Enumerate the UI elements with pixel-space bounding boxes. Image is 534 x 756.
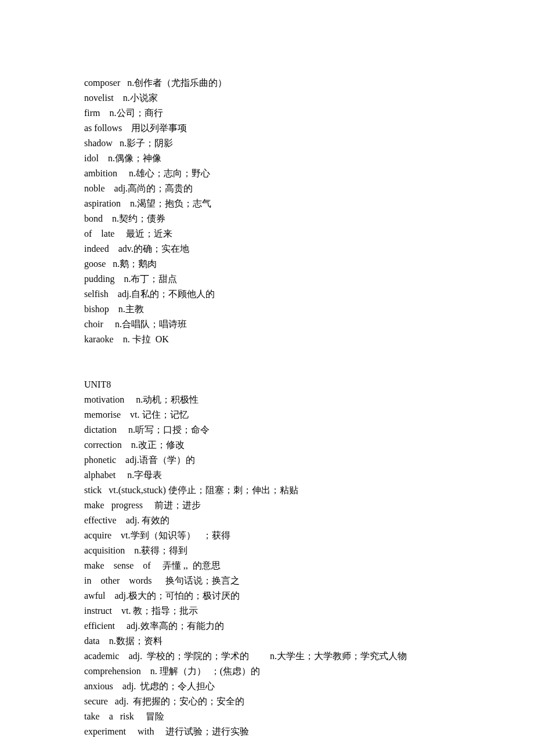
vocab-entry: bond n.契约；债券 bbox=[84, 211, 453, 226]
vocab-entry: correction n.改正；修改 bbox=[84, 437, 453, 453]
vocab-section-2: motivation n.动机；积极性memorise vt. 记住；记忆dic… bbox=[84, 392, 453, 739]
vocab-entry: acquire vt.学到（知识等） ；获得 bbox=[84, 528, 453, 543]
unit-heading: UNIT8 bbox=[84, 377, 453, 392]
vocab-entry: noble adj.高尚的；高贵的 bbox=[84, 181, 453, 196]
vocab-entry: pudding n.布丁；甜点 bbox=[84, 272, 453, 287]
vocab-entry: acquisition n.获得；得到 bbox=[84, 543, 453, 558]
vocab-entry: make sense of 弄懂 ,, 的意思 bbox=[84, 558, 453, 573]
vocab-entry: awful adj.极大的；可怕的；极讨厌的 bbox=[84, 588, 453, 603]
vocab-entry: stick vt.(stuck,stuck) 使停止；阻塞；刺；伸出；粘贴 bbox=[84, 483, 453, 498]
vocab-entry: idol n.偶像；神像 bbox=[84, 151, 453, 166]
vocab-entry: memorise vt. 记住；记忆 bbox=[84, 407, 453, 422]
vocab-entry: of late 最近；近来 bbox=[84, 226, 453, 241]
vocab-entry: effective adj. 有效的 bbox=[84, 513, 453, 528]
vocab-entry: aspiration n.渴望；抱负；志气 bbox=[84, 196, 453, 211]
vocab-entry: shadow n.影子；阴影 bbox=[84, 136, 453, 151]
vocab-entry: data n.数据；资料 bbox=[84, 634, 453, 649]
vocab-entry: composer n.创作者（尤指乐曲的） bbox=[84, 75, 453, 91]
vocab-entry: as follows 用以列举事项 bbox=[84, 121, 453, 136]
vocab-entry: comprehension n. 理解（力） ；(焦虑）的 bbox=[84, 664, 453, 679]
vocab-entry: motivation n.动机；积极性 bbox=[84, 392, 453, 407]
vocab-entry: anxious adj. 忧虑的；令人担心 bbox=[84, 679, 453, 694]
vocab-entry: firm n.公司；商行 bbox=[84, 106, 453, 121]
vocab-entry: dictation n.听写；口授；命令 bbox=[84, 422, 453, 437]
vocab-entry: goose n.鹅；鹅肉 bbox=[84, 256, 453, 272]
document-page: composer n.创作者（尤指乐曲的）novelist n.小说家firm … bbox=[0, 0, 534, 756]
vocab-entry: karaoke n. 卡拉 OK bbox=[84, 332, 453, 347]
vocab-entry: alphabet n.字母表 bbox=[84, 468, 453, 483]
vocab-entry: selfish adj.自私的；不顾他人的 bbox=[84, 287, 453, 302]
vocab-entry: indeed adv.的确；实在地 bbox=[84, 241, 453, 256]
vocab-entry: in other words 换句话说；换言之 bbox=[84, 573, 453, 588]
section-gap bbox=[84, 347, 453, 377]
vocab-entry: experiment with 进行试验；进行实验 bbox=[84, 724, 453, 739]
vocab-section-1: composer n.创作者（尤指乐曲的）novelist n.小说家firm … bbox=[84, 75, 453, 347]
vocab-entry: bishop n.主教 bbox=[84, 302, 453, 317]
vocab-entry: make progress 前进；进步 bbox=[84, 498, 453, 513]
vocab-entry: phonetic adj.语音（学）的 bbox=[84, 453, 453, 468]
vocab-entry: ambition n.雄心；志向；野心 bbox=[84, 166, 453, 181]
vocab-entry: secure adj. 有把握的；安心的；安全的 bbox=[84, 694, 453, 709]
vocab-entry: efficient adj.效率高的；有能力的 bbox=[84, 618, 453, 634]
vocab-entry: instruct vt. 教；指导；批示 bbox=[84, 603, 453, 618]
vocab-entry: academic adj. 学校的；学院的；学术的 n.大学生；大学教师；学究式… bbox=[84, 649, 453, 664]
vocab-entry: take a risk 冒险 bbox=[84, 709, 453, 724]
vocab-entry: choir n.合唱队；唱诗班 bbox=[84, 317, 453, 332]
vocab-entry: novelist n.小说家 bbox=[84, 91, 453, 106]
